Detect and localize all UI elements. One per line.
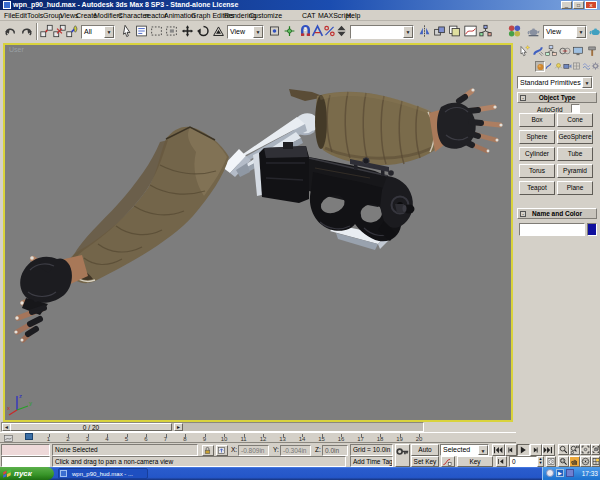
minimize-button[interactable]: _: [561, 1, 572, 9]
menu-tools[interactable]: Tools: [27, 12, 43, 19]
zoom-all-button[interactable]: [569, 444, 580, 455]
play-button[interactable]: [517, 444, 530, 456]
time-slider-handle[interactable]: 0 / 20: [10, 423, 172, 431]
object-button-sphere[interactable]: Sphere: [519, 130, 555, 144]
spinner-snap-icon[interactable]: [335, 24, 349, 39]
object-color-swatch[interactable]: [587, 223, 597, 236]
frame-marker[interactable]: [25, 433, 33, 440]
render-scene-icon[interactable]: [527, 24, 541, 39]
absolute-mode-toggle[interactable]: [216, 445, 228, 456]
align-icon[interactable]: [433, 24, 447, 39]
material-editor-icon[interactable]: [508, 24, 522, 39]
track-bar[interactable]: 1234567891011121314151617181920: [0, 432, 516, 443]
panel-tab-utilities[interactable]: [586, 45, 599, 58]
object-category-dropdown[interactable]: Standard Primitives▼: [517, 76, 593, 89]
object-button-geosphere[interactable]: GeoSphere: [557, 130, 593, 144]
menu-file[interactable]: File: [4, 12, 15, 19]
current-frame-field[interactable]: 0: [509, 456, 537, 467]
tray-play-icon[interactable]: ▶: [556, 469, 564, 477]
zoom-extents-button[interactable]: [580, 444, 591, 455]
viewport-canvas[interactable]: [5, 45, 511, 420]
unlink-selection-icon[interactable]: [53, 24, 67, 39]
bind-to-space-warp-icon[interactable]: [66, 24, 80, 39]
maxscript-mini-listener-pink[interactable]: [1, 444, 50, 456]
pan-button[interactable]: [569, 456, 580, 467]
panel-tab-create[interactable]: [518, 45, 531, 58]
object-button-cone[interactable]: Cone: [557, 113, 593, 127]
selection-filter-dropdown-arrow[interactable]: ▼: [104, 26, 114, 38]
maximize-button[interactable]: □: [573, 1, 584, 9]
object-category-arrow[interactable]: ▼: [582, 77, 592, 88]
select-and-link-icon[interactable]: [40, 24, 54, 39]
object-button-cylinder[interactable]: Cylinder: [519, 147, 555, 161]
coord-y-field[interactable]: -0.304in: [280, 445, 311, 456]
category-systems[interactable]: [591, 61, 600, 72]
render-type-dropdown[interactable]: View▼: [543, 25, 587, 39]
key-filters-button[interactable]: Key Filters...: [457, 456, 493, 467]
mirror-icon[interactable]: [418, 24, 432, 39]
arc-rotate-button[interactable]: [580, 456, 591, 467]
window-crossing-icon[interactable]: [165, 24, 179, 39]
key-mode-arrow[interactable]: ▼: [478, 445, 488, 455]
menu-edit[interactable]: Edit: [15, 12, 27, 19]
menu-cat[interactable]: CAT: [302, 12, 315, 19]
viewport-user[interactable]: User: [3, 43, 513, 422]
min-max-toggle-button[interactable]: [591, 456, 600, 467]
panel-tab-motion[interactable]: [559, 45, 572, 58]
panel-tab-hierarchy[interactable]: [545, 45, 558, 58]
layer-manager-icon[interactable]: [448, 24, 462, 39]
go-to-start-button[interactable]: [492, 444, 505, 456]
time-configuration-button[interactable]: [546, 456, 556, 467]
panel-tab-display[interactable]: [572, 45, 585, 58]
quick-render-icon[interactable]: [589, 24, 600, 39]
set-key-button[interactable]: Set Key: [411, 456, 439, 467]
go-to-end-button[interactable]: [542, 444, 555, 456]
default-tangent-button[interactable]: [441, 456, 455, 467]
named-selection-sets-dropdown[interactable]: ▼: [350, 25, 414, 39]
object-button-tube[interactable]: Tube: [557, 147, 593, 161]
rollout-name-and-color[interactable]: -Name and Color: [517, 208, 597, 219]
rectangular-selection-icon[interactable]: [150, 24, 164, 39]
panel-tab-modify[interactable]: [532, 45, 545, 58]
coord-x-field[interactable]: -0.809in: [238, 445, 269, 456]
reference-coordinate-dropdown-arrow[interactable]: ▼: [253, 26, 263, 38]
undo-icon[interactable]: [4, 24, 18, 39]
select-by-name-icon[interactable]: [135, 24, 149, 39]
use-pivot-point-icon[interactable]: [268, 24, 282, 39]
schematic-view-icon[interactable]: [479, 24, 493, 39]
key-mode-toggle-button[interactable]: [496, 456, 507, 467]
menu-customize[interactable]: Customize: [249, 12, 282, 19]
object-button-plane[interactable]: Plane: [557, 181, 593, 195]
set-keys-button[interactable]: [395, 444, 410, 467]
coord-z-field[interactable]: 0.0in: [322, 445, 348, 456]
auto-key-button[interactable]: Auto Key: [411, 444, 439, 456]
redo-icon[interactable]: [20, 24, 34, 39]
select-and-manipulate-icon[interactable]: [283, 24, 297, 39]
object-button-box[interactable]: Box: [519, 113, 555, 127]
mini-curve-editor-toggle[interactable]: [2, 434, 16, 443]
zoom-extents-all-button[interactable]: [591, 444, 600, 455]
frame-spinner[interactable]: ▲▼: [537, 456, 544, 467]
next-frame-button[interactable]: [530, 444, 542, 456]
select-and-scale-icon[interactable]: [212, 24, 226, 39]
left-arm-model[interactable]: [14, 127, 229, 342]
taskbar-task-button[interactable]: wpn_p90_hud.max - ...: [58, 468, 148, 479]
close-button[interactable]: x: [585, 1, 597, 9]
render-type-dropdown-arrow[interactable]: ▼: [576, 26, 586, 38]
select-and-move-icon[interactable]: [181, 24, 195, 39]
zoom-button[interactable]: [558, 444, 569, 455]
key-mode-dropdown[interactable]: Selected▼: [440, 444, 489, 456]
object-button-teapot[interactable]: Teapot: [519, 181, 555, 195]
select-and-rotate-icon[interactable]: [197, 24, 211, 39]
selection-filter-dropdown[interactable]: All▼: [81, 25, 115, 39]
region-zoom-button[interactable]: [558, 456, 569, 467]
next-frame-arrow[interactable]: ►: [174, 423, 183, 431]
add-time-tag[interactable]: Add Time Tag: [350, 456, 393, 467]
menu-help[interactable]: Help: [346, 12, 360, 19]
select-object-icon[interactable]: [121, 24, 135, 39]
object-button-pyramid[interactable]: Pyramid: [557, 164, 593, 178]
right-arm-model[interactable]: [289, 88, 503, 165]
named-selection-sets-dropdown-arrow[interactable]: ▼: [403, 26, 413, 38]
tray-icon-1[interactable]: [546, 469, 554, 477]
curve-editor-icon[interactable]: [464, 24, 478, 39]
